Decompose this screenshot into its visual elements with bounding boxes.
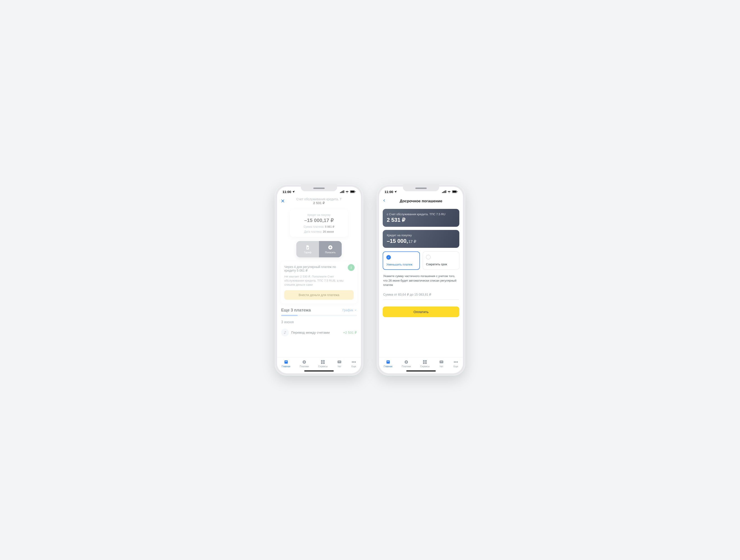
status-time: 11:00	[384, 190, 393, 194]
signal-icon	[340, 190, 344, 193]
pay-button[interactable]: Оплатить	[383, 307, 459, 317]
home-indicator	[406, 370, 436, 371]
svg-rect-32	[423, 360, 425, 362]
tab-label: Главная	[384, 365, 392, 368]
tab-chat[interactable]: Чат	[337, 359, 342, 368]
svg-rect-29	[387, 361, 389, 361]
chat-icon	[337, 359, 342, 364]
notice-line1: Через 4 дня регулярный платеж по кредиту…	[284, 265, 336, 272]
tx-amount: +2 531 ₽	[343, 331, 357, 335]
battery-icon	[350, 190, 356, 193]
svg-rect-9	[285, 361, 287, 361]
tab-label: Еще	[351, 365, 356, 368]
tab-label: Платежи	[300, 365, 309, 368]
notice-line2: Не хватает 2 530 ₽. Пополните Счет обслу…	[284, 274, 354, 287]
check-icon: ✓	[386, 255, 391, 260]
sum-value: 5 061 ₽	[325, 225, 334, 228]
tab-more[interactable]: Еще	[453, 359, 458, 368]
option-label: Уменьшить платеж	[386, 263, 416, 266]
credit-label: Кредит на покупку	[294, 213, 344, 217]
tab-chat[interactable]: Чат	[439, 359, 444, 368]
nav-bar: ✕ Счет обслуживания кредита. Т 2 531 ₽	[277, 197, 361, 206]
svg-rect-14	[321, 362, 322, 364]
payments-left-title: Еще 3 платежа	[281, 308, 311, 313]
svg-rect-15	[323, 362, 325, 364]
amount-placeholder: Сумма от 83,64 ₽ до 15 083,81 ₽	[383, 293, 432, 296]
home-indicator	[304, 370, 334, 371]
phone-mock-left: 11:00 ✕ Счет обслуживания кредита. Т 2 5…	[275, 185, 363, 375]
tab-services[interactable]: Сервисы	[420, 359, 430, 368]
svg-rect-38	[454, 361, 455, 363]
notice-panel: Через 4 дня регулярный платеж по кредиту…	[281, 261, 357, 303]
svg-rect-24	[446, 190, 446, 193]
svg-rect-3	[344, 190, 344, 193]
credit-amount: –15 000,17 ₽	[387, 238, 455, 244]
transaction-row[interactable]: Перевод между счетами +2 531 ₽	[281, 326, 357, 339]
tab-home[interactable]: Главная	[384, 359, 392, 368]
svg-rect-22	[443, 192, 444, 193]
payments-icon	[302, 359, 307, 364]
tab-services[interactable]: Сервисы	[318, 359, 328, 368]
transfer-icon	[281, 329, 289, 336]
sum-label: Сумма платежа:	[303, 225, 324, 228]
phone-mock-right: 11:00 Досрочное погашение с Счет обслужи…	[377, 185, 465, 375]
svg-rect-18	[352, 361, 353, 363]
schedule-link[interactable]: График	[342, 308, 357, 312]
credit-account-card[interactable]: Кредит на покупку –15 000,17 ₽	[383, 230, 459, 248]
close-icon[interactable]: ✕	[281, 198, 285, 204]
tab-more[interactable]: Еще	[351, 359, 356, 368]
tab-label: Еще	[453, 365, 458, 368]
progress-bar	[281, 315, 357, 316]
info-icon[interactable]: i	[348, 264, 355, 271]
svg-rect-17	[339, 361, 341, 362]
chat-icon	[439, 359, 444, 364]
svg-rect-6	[355, 191, 355, 192]
chevron-down-icon	[354, 309, 357, 312]
svg-rect-8	[284, 360, 288, 364]
tariff-button[interactable]: Тариф	[296, 241, 319, 257]
status-bar: 11:00	[379, 187, 463, 197]
tab-bar: Главная Платежи Сервисы Чат Еще	[379, 357, 463, 373]
more-icon	[351, 359, 356, 364]
tab-payments[interactable]: Платежи	[402, 359, 411, 368]
amount-input[interactable]: Сумма от 83,64 ₽ до 15 083,81 ₽	[383, 293, 459, 300]
source-amount: 2 531 ₽	[387, 217, 455, 223]
repay-label: Погасить	[325, 251, 336, 254]
document-icon	[305, 245, 310, 250]
option-reduce-term[interactable]: Сократить срок	[423, 251, 459, 270]
source-title: с Счет обслуживания кредита. ТПС 7.5 RU	[387, 213, 455, 216]
more-icon	[453, 359, 458, 364]
svg-rect-28	[386, 360, 390, 364]
svg-rect-27	[457, 191, 457, 192]
home-icon	[284, 359, 289, 364]
page-title: Досрочное погашение	[379, 199, 463, 203]
svg-rect-35	[425, 362, 427, 364]
option-label: Сократить срок	[426, 262, 456, 266]
tab-label: Сервисы	[318, 365, 328, 368]
source-account-card[interactable]: с Счет обслуживания кредита. ТПС 7.5 RU …	[383, 209, 459, 227]
status-bar: 11:00	[277, 187, 361, 197]
credit-summary-card[interactable]: Кредит на покупку –15 000,17 ₽ Сумма пла…	[290, 209, 348, 237]
svg-point-31	[405, 361, 407, 363]
svg-rect-40	[457, 361, 458, 363]
svg-rect-21	[442, 192, 443, 193]
tab-home[interactable]: Главная	[282, 359, 290, 368]
date-heading: 3 июня	[281, 320, 357, 324]
action-segment: Тариф Погасить	[296, 241, 342, 257]
tab-payments[interactable]: Платежи	[300, 359, 309, 368]
repay-button[interactable]: Погасить	[319, 241, 342, 257]
svg-rect-5	[351, 191, 354, 192]
svg-rect-20	[355, 361, 356, 363]
amount-int: –15 000,	[387, 238, 408, 244]
back-icon[interactable]	[383, 198, 386, 204]
credit-title: Кредит на покупку	[387, 234, 455, 237]
nav-amount: 2 531 ₽	[277, 201, 361, 205]
deposit-button[interactable]: Внести деньги для платежа	[284, 290, 354, 300]
tab-label: Чат	[440, 365, 444, 368]
svg-rect-39	[455, 361, 457, 363]
nav-subtitle: Счет обслуживания кредита. Т	[296, 197, 342, 201]
nav-bar: Досрочное погашение	[379, 197, 463, 206]
tab-bar: Главная Платежи Сервисы Чат Еще	[277, 357, 361, 373]
option-reduce-payment[interactable]: ✓ Уменьшить платеж	[383, 251, 420, 270]
svg-point-11	[303, 361, 305, 363]
